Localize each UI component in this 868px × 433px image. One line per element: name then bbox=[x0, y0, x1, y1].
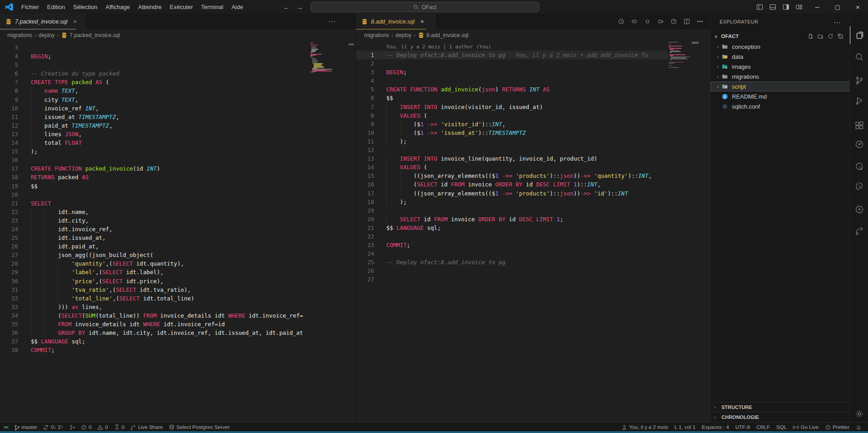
code-line-2[interactable]: 2 bbox=[356, 59, 668, 68]
code-line-13[interactable]: 13 INSERT INTO invoice_line(quantity, in… bbox=[356, 154, 668, 163]
status-live-share[interactable]: Live Share bbox=[130, 424, 163, 430]
code-line-17[interactable]: 17CREATE FUNCTION packed_invoice(id INT) bbox=[0, 164, 310, 173]
scrollbar-thumb[interactable] bbox=[348, 43, 354, 45]
status-go-live[interactable]: Go Live bbox=[793, 424, 819, 430]
code-line-15[interactable]: 15 ((json_array_elements(($1 ->> 'produc… bbox=[356, 171, 668, 180]
new-folder-icon[interactable] bbox=[817, 33, 824, 39]
code-line-18[interactable]: 18 ); bbox=[356, 198, 668, 206]
explorer-icon[interactable] bbox=[850, 26, 868, 44]
extensions-icon[interactable] bbox=[850, 116, 868, 134]
status-l-1-col-1[interactable]: L 1, col 1 bbox=[674, 424, 695, 430]
status-0[interactable]: 0 bbox=[114, 424, 124, 430]
code-line-14[interactable]: 14 VALUES ( bbox=[356, 163, 668, 171]
code-line-20[interactable]: 20 SELECT id FROM invoice ORDER BY id DE… bbox=[356, 215, 668, 224]
section-structure[interactable]: ›STRUCTURE bbox=[711, 402, 850, 412]
code-line-8[interactable]: 8 VALUES ( bbox=[356, 111, 668, 120]
code-line-9[interactable]: 9 ($1 ->> 'visitor_id')::INT, bbox=[356, 120, 668, 128]
gitlens-icon[interactable] bbox=[850, 135, 868, 153]
code-line-26[interactable]: 26 bbox=[356, 266, 668, 275]
code-line-14[interactable]: 14 total FLOAT bbox=[0, 138, 310, 147]
menu-ex-cuter[interactable]: Exécuter bbox=[166, 4, 197, 10]
code-line-22[interactable]: 22 bbox=[356, 232, 668, 241]
code-area-left[interactable]: 34BEGIN;56-- Création du type packed7CRE… bbox=[0, 43, 310, 354]
code-line-24[interactable]: 24 bbox=[356, 249, 668, 258]
status-0[interactable]: 0 bbox=[81, 424, 91, 430]
close-tab-icon[interactable]: × bbox=[421, 18, 424, 25]
remote-explorer-icon[interactable] bbox=[850, 157, 868, 176]
status-master[interactable]: master bbox=[14, 424, 37, 430]
code-line-34[interactable]: 34 (SELECT(SUM(total_line)) FROM invoice… bbox=[0, 311, 310, 320]
code-line-16[interactable]: 16 (SELECT id FROM invoice ORDER BY id D… bbox=[356, 180, 668, 189]
close-tab-icon[interactable]: × bbox=[73, 18, 77, 25]
code-line-25[interactable]: 25 idt.issued_at, bbox=[0, 233, 310, 242]
code-line-31[interactable]: 31 'tva_ratio',(SELECT idt.tva_ratio), bbox=[0, 285, 310, 294]
breadcrumb-7-packed-invoice-sql[interactable]: 7.packed_invoice.sql bbox=[70, 32, 120, 38]
split-editor-icon[interactable] bbox=[683, 18, 690, 25]
codelens-blame[interactable]: You, il y a 2 mois | 1 author (You) bbox=[386, 44, 491, 50]
menu-affichage[interactable]: Affichage bbox=[101, 4, 134, 10]
next-change-icon[interactable] bbox=[657, 18, 664, 25]
code-line-29[interactable]: 29 'label',(SELECT idt.label), bbox=[0, 268, 310, 276]
code-line-21[interactable]: 21$$ LANGUAGE sql; bbox=[356, 224, 668, 232]
code-line-17[interactable]: 17 ((json_array_elements(($1 ->> 'produc… bbox=[356, 189, 668, 198]
refresh-icon[interactable] bbox=[827, 33, 834, 39]
status-sql[interactable]: SQL bbox=[776, 424, 787, 430]
code-line-33[interactable]: 33 ))) as lines, bbox=[0, 303, 310, 311]
code-line-38[interactable]: 38COMMIT; bbox=[0, 346, 310, 354]
settings-gear-icon[interactable] bbox=[850, 405, 868, 423]
command-center-search[interactable]: OFact bbox=[311, 2, 539, 12]
status-prettier[interactable]: Prettier bbox=[825, 424, 849, 430]
minimap-right[interactable] bbox=[669, 42, 700, 70]
code-line-5[interactable]: 5CREATE FUNCTION add_invoice(json) RETUR… bbox=[356, 85, 668, 94]
code-line-3[interactable]: 3BEGIN; bbox=[356, 68, 668, 76]
code-line-25[interactable]: 25-- Deploy ofact:8.add_invoice to pg bbox=[356, 258, 668, 266]
collapse-all-icon[interactable] bbox=[837, 33, 844, 39]
code-line-5[interactable]: 5 bbox=[0, 61, 310, 69]
breadcrumb-8-add-invoice-sql[interactable]: 8.add_invoice.sql bbox=[427, 32, 469, 38]
code-line-30[interactable]: 30 'price',(SELECT idt.price), bbox=[0, 277, 310, 285]
menu-terminal[interactable]: Terminal bbox=[197, 4, 228, 10]
code-line-4[interactable]: 4 bbox=[356, 76, 668, 85]
code-line-18[interactable]: 18RETURNS packed AS bbox=[0, 173, 310, 181]
code-line-28[interactable]: 28 'quantity',(SELECT idt.quantity), bbox=[0, 259, 310, 268]
menu-s-lection[interactable]: Sélection bbox=[69, 4, 101, 10]
tree-item-script[interactable]: ›script bbox=[711, 81, 850, 91]
change-icon[interactable] bbox=[644, 18, 651, 25]
code-line-27[interactable]: 27 json_agg((json_build_object( bbox=[0, 251, 310, 259]
status-espaces-4[interactable]: Espaces : 4 bbox=[702, 424, 729, 430]
menu-atteindre[interactable]: Atteindre bbox=[134, 4, 166, 10]
more-actions-icon[interactable]: ⋯ bbox=[834, 18, 841, 27]
code-line-19[interactable]: 19 bbox=[356, 206, 668, 215]
code-line-37[interactable]: 37$$ LANGUAGE sql; bbox=[0, 337, 310, 346]
code-line-10[interactable]: 10 ($1 ->> 'issued_at')::TIMESTAMPTZ bbox=[356, 128, 668, 137]
status-0[interactable]: 0 bbox=[97, 424, 108, 430]
prev-change-icon[interactable] bbox=[631, 18, 638, 25]
code-line-10[interactable]: 10 invoice_ref INT, bbox=[0, 104, 310, 113]
more-actions-icon[interactable]: ⋯ bbox=[328, 14, 336, 29]
tab-7-packed-invoice[interactable]: 7.packed_invoice.sql × bbox=[0, 14, 86, 29]
code-line-16[interactable]: 16 bbox=[0, 156, 310, 164]
code-line-22[interactable]: 22 idt.name, bbox=[0, 208, 310, 216]
live-share-icon[interactable] bbox=[850, 222, 868, 240]
status-0-2[interactable]: 0↓ 2↑ bbox=[43, 424, 63, 430]
code-line-13[interactable]: 13 lines JSON, bbox=[0, 130, 310, 138]
code-line-11[interactable]: 11 issued_at TIMESTAMPTZ, bbox=[0, 113, 310, 121]
breadcrumbs-right[interactable]: migrations›deploy›8.add_invoice.sql bbox=[356, 29, 711, 41]
timeline-icon[interactable] bbox=[670, 18, 677, 25]
code-line-6[interactable]: 6-- Création du type packed bbox=[0, 69, 310, 78]
code-line-24[interactable]: 24 idt.invoice_ref, bbox=[0, 225, 310, 233]
code-line-7[interactable]: 7 INSERT INTO invoice(visitor_id, issued… bbox=[356, 103, 668, 111]
code-line-23[interactable]: 23COMMIT; bbox=[356, 241, 668, 249]
new-file-icon[interactable] bbox=[807, 33, 814, 39]
code-line-35[interactable]: 35 FROM invoice_details idt WHERE idt.in… bbox=[0, 320, 310, 328]
code-line-9[interactable]: 9 city TEXT, bbox=[0, 95, 310, 104]
tree-item-data[interactable]: ›data bbox=[711, 52, 850, 62]
breadcrumbs-left[interactable]: migrations›deploy›7.packed_invoice.sql bbox=[0, 29, 356, 41]
status-you-il-y-a-2-mois[interactable]: You, il y a 2 mois bbox=[621, 424, 669, 430]
code-line-27[interactable]: 27 bbox=[356, 275, 668, 284]
minimap-left[interactable] bbox=[310, 42, 342, 73]
status-remote-icon[interactable]: >< bbox=[4, 424, 8, 430]
toggle-secondary-sidebar-icon[interactable] bbox=[783, 4, 789, 10]
toggle-panel-icon[interactable] bbox=[769, 4, 776, 10]
code-line-11[interactable]: 11 ); bbox=[356, 137, 668, 146]
